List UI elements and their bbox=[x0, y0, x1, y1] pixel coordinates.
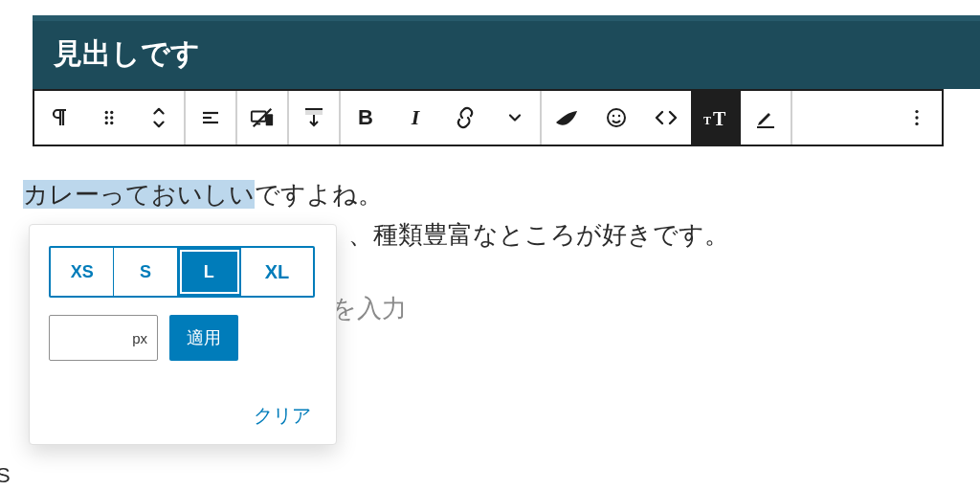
svg-point-14 bbox=[608, 109, 625, 126]
inline-code-button[interactable] bbox=[641, 91, 691, 145]
svg-text:T: T bbox=[713, 108, 726, 129]
font-size-s[interactable]: S bbox=[114, 248, 177, 296]
svg-rect-19 bbox=[757, 126, 774, 128]
font-size-button[interactable]: T T bbox=[691, 91, 741, 145]
svg-point-16 bbox=[618, 115, 620, 117]
svg-point-3 bbox=[110, 116, 113, 119]
move-updown-icon bbox=[148, 105, 169, 130]
paragraph-2-text: 、種類豊富なところが好きです。 bbox=[348, 220, 729, 249]
drag-handle-icon bbox=[99, 107, 120, 128]
svg-point-15 bbox=[612, 115, 614, 117]
custom-px-input[interactable]: px bbox=[49, 315, 158, 361]
italic-button[interactable]: I bbox=[390, 91, 440, 145]
svg-point-22 bbox=[915, 122, 918, 125]
paragraph-1-rest: ですよね。 bbox=[255, 180, 383, 209]
move-up-down-button[interactable] bbox=[134, 91, 184, 145]
emoji-icon bbox=[605, 106, 628, 129]
font-size-icon: T T bbox=[702, 106, 729, 129]
svg-point-4 bbox=[105, 122, 108, 124]
align-left-icon bbox=[199, 106, 222, 129]
block-type-button[interactable] bbox=[34, 91, 84, 145]
font-size-xl[interactable]: XL bbox=[241, 248, 313, 296]
align-button[interactable] bbox=[186, 91, 235, 145]
bold-icon: B bbox=[358, 105, 373, 130]
svg-point-21 bbox=[915, 116, 918, 119]
clear-link[interactable]: クリア bbox=[254, 405, 311, 426]
svg-point-2 bbox=[105, 116, 108, 119]
selected-text: カレーっておいしい bbox=[23, 180, 255, 209]
px-unit-label: px bbox=[132, 330, 147, 346]
link-button[interactable] bbox=[440, 91, 490, 145]
emoji-button[interactable] bbox=[591, 91, 641, 145]
bold-button[interactable]: B bbox=[341, 91, 390, 145]
text-color-button[interactable] bbox=[542, 91, 591, 145]
highlight-button[interactable] bbox=[741, 91, 791, 145]
device-visibility-button[interactable] bbox=[237, 91, 287, 145]
link-icon bbox=[453, 106, 478, 129]
device-visibility-icon bbox=[250, 106, 275, 129]
placeholder-fragment: を入力 bbox=[331, 294, 407, 323]
pilcrow-icon bbox=[48, 106, 71, 129]
italic-icon: I bbox=[412, 105, 420, 130]
svg-rect-13 bbox=[305, 109, 323, 115]
block-toolbar: B I bbox=[33, 89, 944, 146]
font-size-l[interactable]: L bbox=[178, 248, 241, 296]
chevron-down-icon bbox=[505, 108, 524, 127]
font-size-popover: XS S L XL px 適用 クリア bbox=[29, 224, 337, 445]
svg-rect-11 bbox=[266, 114, 273, 125]
more-rich-text-button[interactable] bbox=[490, 91, 540, 145]
apply-button[interactable]: 適用 bbox=[169, 315, 238, 361]
code-icon bbox=[654, 107, 679, 128]
svg-point-5 bbox=[110, 122, 113, 124]
brush-icon bbox=[554, 107, 579, 128]
font-size-xs[interactable]: XS bbox=[51, 248, 114, 296]
svg-point-0 bbox=[105, 111, 108, 114]
page-title: 見出しです bbox=[33, 21, 980, 89]
drag-handle-button[interactable] bbox=[84, 91, 134, 145]
svg-text:T: T bbox=[703, 114, 711, 127]
svg-point-1 bbox=[110, 111, 113, 114]
spacer-icon bbox=[301, 105, 326, 130]
svg-point-20 bbox=[915, 110, 918, 113]
paragraph-1[interactable]: カレーっておいしいですよね。 bbox=[23, 175, 980, 215]
highlighter-icon bbox=[754, 106, 777, 129]
font-size-options: XS S L XL bbox=[49, 246, 315, 298]
spacer-height-button[interactable] bbox=[289, 91, 339, 145]
stray-character: S bbox=[0, 463, 11, 488]
more-options-button[interactable] bbox=[892, 91, 942, 145]
more-options-icon bbox=[906, 107, 927, 128]
